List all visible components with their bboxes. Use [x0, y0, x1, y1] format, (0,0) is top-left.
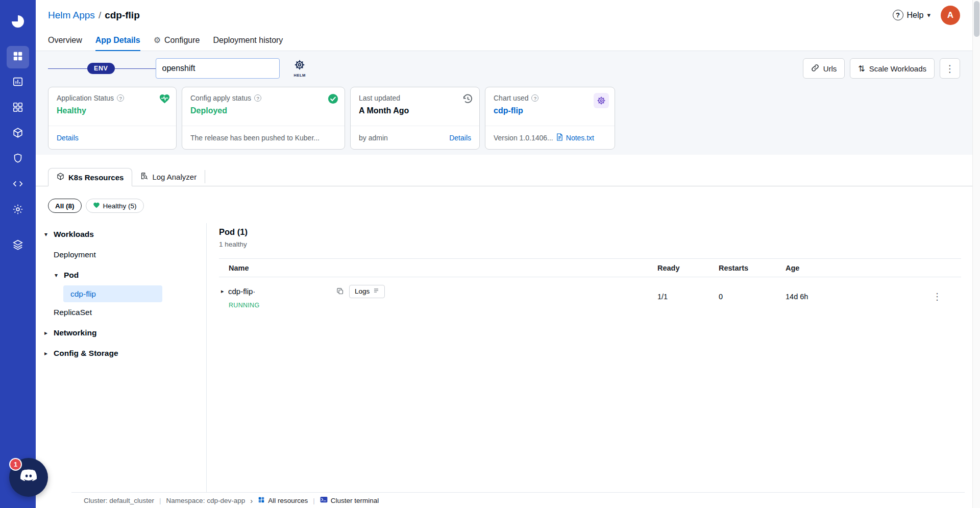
pod-status-badge: RUNNING	[229, 302, 657, 309]
separator: |	[159, 497, 161, 504]
tree-item-cdp-flip[interactable]: cdp-flip	[63, 285, 162, 302]
tab-app-details[interactable]: App Details	[95, 30, 140, 51]
tab-overview[interactable]: Overview	[48, 30, 82, 51]
gear-icon: ⚙	[154, 35, 161, 45]
caret-right-icon: ▸	[43, 329, 49, 336]
tab-configure[interactable]: ⚙ Configure	[154, 30, 200, 51]
scrollbar-thumb[interactable]	[974, 1, 979, 37]
cube-icon	[57, 173, 64, 182]
tree-networking-label: Networking	[54, 328, 96, 337]
tab-deployment-history[interactable]: Deployment history	[213, 30, 283, 51]
last-updated-title: Last updated	[359, 94, 400, 102]
config-apply-note: The release has been pushed to Kuber...	[190, 134, 320, 142]
help-label: Help	[907, 11, 924, 20]
logs-button[interactable]: Logs	[349, 285, 385, 298]
chevron-down-icon: ▾	[927, 11, 930, 19]
help-icon[interactable]: ?	[117, 94, 124, 102]
status-cards: Application Status ? Healthy Details	[48, 87, 960, 150]
sidebar-item-chart-store[interactable]	[7, 123, 29, 145]
pod-restarts-value: 0	[719, 293, 786, 301]
help-icon[interactable]: ?	[254, 94, 261, 102]
urls-button[interactable]: Urls	[803, 58, 845, 79]
sidebar-item-security[interactable]	[7, 148, 29, 171]
breadcrumb-current-app: cdp-flip	[105, 10, 140, 21]
sidebar-item-jobs[interactable]	[7, 71, 29, 94]
environment-bar: ENV openshift HELM Urls ⇅ Scale W	[48, 58, 960, 79]
chart-used-card: Chart used ? cdp-flip Version 1.0.1406..…	[485, 87, 615, 150]
filter-all[interactable]: All (8)	[48, 199, 82, 213]
tree-item-deployment[interactable]: Deployment	[36, 245, 206, 265]
pod-panel-title: Pod (1)	[219, 227, 961, 237]
gear-icon	[12, 204, 23, 217]
tab-k8s-resources-label: K8s Resources	[68, 173, 124, 182]
apps-grid-icon	[12, 51, 23, 64]
config-apply-status-card: Config apply status ? Deployed The relea…	[182, 87, 345, 150]
caret-down-icon: ▾	[43, 231, 49, 238]
filter-healthy[interactable]: Healthy (5)	[86, 199, 144, 213]
bottom-status-bar: Cluster: default_cluster | Namespace: cd…	[71, 492, 965, 508]
all-resources-link[interactable]: All resources	[258, 496, 308, 505]
log-search-icon	[140, 172, 148, 181]
page-scrollbar[interactable]	[972, 0, 980, 508]
breadcrumb: Helm Apps / cdp-flip	[48, 10, 140, 21]
notes-txt-link[interactable]: Notes.txt	[566, 134, 594, 142]
pod-name[interactable]: cdp-flip·	[228, 287, 336, 296]
tree-item-pod[interactable]: ▾ Pod	[36, 265, 206, 285]
chart-used-link[interactable]: cdp-flip	[494, 106, 606, 115]
urls-button-label: Urls	[823, 64, 837, 73]
devtron-logo-icon[interactable]	[8, 11, 28, 32]
tree-group-config-storage[interactable]: ▸ Config & Storage	[36, 343, 206, 364]
env-actions: Urls ⇅ Scale Workloads ⋮	[803, 58, 960, 79]
helm-wheel-icon	[294, 59, 305, 72]
avatar[interactable]: A	[941, 6, 960, 25]
chart-used-title: Chart used	[494, 94, 528, 102]
help-menu[interactable]: ? Help ▾	[893, 10, 930, 20]
breadcrumb-helm-apps-link[interactable]: Helm Apps	[48, 10, 95, 21]
row-kebab-icon[interactable]: ⋮	[933, 291, 942, 302]
tree-workloads-label: Workloads	[54, 230, 94, 239]
tree-group-networking[interactable]: ▸ Networking	[36, 323, 206, 343]
more-options-button[interactable]: ⋮	[940, 58, 960, 79]
tab-overview-label: Overview	[48, 36, 82, 45]
chevron-right-icon: ›	[250, 496, 253, 505]
cluster-terminal-label: Cluster terminal	[331, 497, 379, 504]
config-apply-title: Config apply status	[190, 94, 251, 102]
cluster-terminal-link[interactable]: Cluster terminal	[320, 496, 379, 504]
environment-selector[interactable]: openshift	[156, 58, 280, 79]
health-filter-row: All (8) Healthy (5)	[36, 186, 972, 213]
sidebar-item-stack-manager[interactable]	[7, 234, 29, 257]
copy-icon[interactable]	[336, 287, 344, 295]
column-name: Name	[219, 264, 657, 272]
tree-item-replicaset[interactable]: ReplicaSet	[36, 302, 206, 323]
main-area: Helm Apps / cdp-flip ? Help ▾ A Overview…	[36, 0, 972, 508]
sidebar-item-applications[interactable]	[7, 46, 29, 68]
namespace-label: Namespace: cdp-dev-app	[166, 497, 246, 504]
history-icon	[462, 93, 474, 105]
application-status-title: Application Status	[57, 94, 114, 102]
row-expand-caret-icon[interactable]: ▸	[221, 288, 228, 295]
layers-icon	[12, 239, 23, 252]
tab-log-analyzer[interactable]: Log Analyzer	[132, 170, 205, 183]
last-updated-details-link[interactable]: Details	[449, 134, 471, 142]
check-circle-icon	[327, 93, 339, 105]
tab-k8s-resources[interactable]: K8s Resources	[48, 168, 132, 186]
all-resources-label: All resources	[268, 497, 308, 504]
pod-age-value: 14d 6h	[786, 293, 913, 301]
last-updated-card: Last updated A Month Ago by admin Detail…	[350, 87, 480, 150]
document-icon	[556, 133, 563, 142]
tree-group-workloads[interactable]: ▾ Workloads	[36, 224, 206, 245]
chat-support-button[interactable]: 1	[9, 458, 48, 497]
help-icon[interactable]: ?	[531, 94, 538, 102]
pod-ready-value: 1/1	[657, 293, 719, 301]
sidebar-item-bulk-edit[interactable]	[7, 174, 29, 196]
tree-deployment-label: Deployment	[54, 250, 96, 259]
tree-cdp-flip-label: cdp-flip	[70, 289, 96, 299]
table-row: ▸ cdp-flip· Logs RUNNING 1/1 0	[219, 277, 961, 316]
application-status-details-link[interactable]: Details	[57, 134, 79, 142]
app-tab-bar: Overview App Details ⚙ Configure Deploym…	[36, 30, 972, 51]
scale-workloads-button[interactable]: ⇅ Scale Workloads	[850, 58, 935, 79]
help-icon: ?	[893, 10, 903, 20]
resource-tab-bar: K8s Resources Log Analyzer	[36, 168, 972, 186]
sidebar-item-global-config[interactable]	[7, 199, 29, 222]
sidebar-item-app-groups[interactable]	[7, 97, 29, 119]
